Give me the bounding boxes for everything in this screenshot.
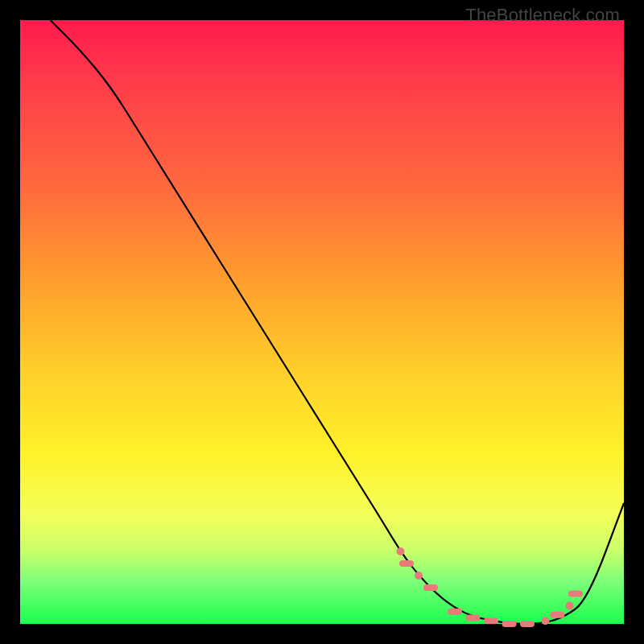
data-marker: [399, 560, 414, 567]
data-marker: [568, 591, 583, 597]
data-marker: [566, 602, 574, 610]
data-marker: [484, 617, 498, 624]
data-marker: [542, 617, 550, 625]
data-marker: [415, 572, 423, 580]
marker-layer: [397, 547, 584, 627]
chart-frame: [20, 20, 624, 624]
data-marker: [423, 584, 438, 591]
plot-area: [20, 20, 624, 624]
curve-layer: [20, 20, 624, 624]
data-marker: [448, 609, 462, 615]
data-marker: [551, 612, 565, 618]
data-marker: [397, 547, 405, 555]
data-marker: [466, 615, 481, 621]
bottleneck-curve: [51, 20, 625, 624]
data-marker: [520, 621, 535, 627]
watermark-text: TheBottleneck.com: [465, 5, 620, 26]
data-marker: [502, 621, 517, 627]
